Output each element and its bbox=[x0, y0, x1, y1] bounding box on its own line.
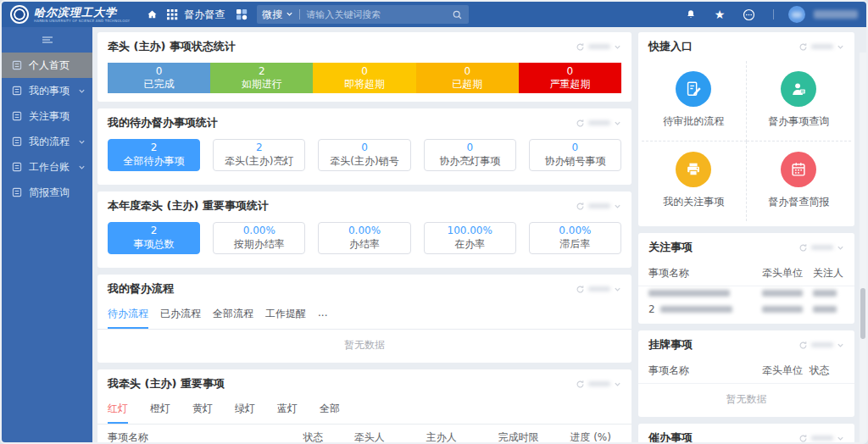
menu-square-icon bbox=[12, 111, 22, 121]
table-row[interactable]: 2 bbox=[638, 300, 854, 324]
card-title: 本年度牵头 (主办) 重要事项统计 bbox=[108, 198, 269, 214]
tab[interactable]: 橙灯 bbox=[150, 397, 170, 424]
menu-square-icon bbox=[12, 187, 22, 197]
sidebar-item-home[interactable]: 个人首页 bbox=[2, 53, 92, 78]
sidebar-item-label: 我的事项 bbox=[29, 84, 71, 98]
card-refresh-control[interactable] bbox=[576, 380, 621, 389]
card-refresh-control[interactable] bbox=[576, 119, 621, 128]
tab[interactable]: 蓝灯 bbox=[277, 397, 298, 424]
card-refresh-control[interactable] bbox=[798, 434, 844, 443]
stat-button[interactable]: 0.00% 按期办结率 bbox=[213, 222, 305, 254]
home-icon[interactable] bbox=[142, 4, 162, 25]
stat-button[interactable]: 0 协办销号事项 bbox=[529, 139, 621, 171]
more-options-icon[interactable] bbox=[738, 4, 759, 25]
card-title: 我的督办流程 bbox=[108, 281, 174, 297]
stat-button[interactable]: 2 事项总数 bbox=[108, 222, 200, 254]
quick-entry-supervision-report[interactable]: 督办督查简报 bbox=[747, 142, 852, 221]
university-name: 哈尔滨理工大学 bbox=[34, 7, 130, 18]
sidebar-item-my-flows[interactable]: 我的流程 bbox=[2, 129, 92, 154]
stat-label: 滞后率 bbox=[559, 238, 590, 252]
search-input[interactable] bbox=[306, 9, 450, 20]
tab[interactable]: ... bbox=[318, 302, 327, 329]
follow-table-header: 事项名称牵头单位关注人 bbox=[638, 260, 854, 286]
segment-value: 0 bbox=[156, 65, 163, 78]
table-column-header: 关注人 bbox=[813, 266, 844, 280]
stat-label: 事项总数 bbox=[134, 238, 175, 252]
tab[interactable]: 工作提醒 bbox=[265, 302, 306, 329]
avatar-text-redacted bbox=[792, 12, 802, 18]
my-flows-card: 我的督办流程 待办流程已办流程全部流程工作提醒... 暂无数据 bbox=[97, 275, 632, 363]
topbar-divider bbox=[773, 9, 774, 19]
stat-button[interactable]: 100.00% 在办率 bbox=[424, 222, 516, 254]
status-segment: 2 如期进行 bbox=[210, 63, 313, 93]
stat-label: 按期办结率 bbox=[234, 238, 285, 252]
menu-square-icon bbox=[12, 136, 22, 147]
quick-entry-grid: 待审批的流程 督办事项查询 我的关注事项 督办督查简报 bbox=[638, 59, 854, 226]
stat-button[interactable]: 0 协办亮灯事项 bbox=[424, 139, 516, 171]
sidebar-item-report-query[interactable]: 简报查询 bbox=[2, 180, 92, 205]
tab[interactable]: 全部 bbox=[320, 397, 340, 424]
quick-entry-pending-approval-flows[interactable]: 待审批的流程 bbox=[642, 61, 747, 142]
stat-label: 牵头(主办)亮灯 bbox=[225, 155, 293, 169]
sidebar-item-work-ledger[interactable]: 工作台账 bbox=[2, 154, 92, 180]
stat-button[interactable]: 2 牵头(主办)亮灯 bbox=[213, 139, 305, 171]
quick-entry-card: 快捷入口 待审批的流程 督办事项查询 我的关注事项 督办督查简报 bbox=[638, 32, 854, 226]
sidebar-item-followed-items[interactable]: 关注事项 bbox=[2, 103, 92, 129]
stat-button[interactable]: 0.00% 办结率 bbox=[318, 222, 410, 254]
segment-label: 如期进行 bbox=[242, 78, 282, 91]
card-refresh-control[interactable] bbox=[798, 42, 844, 52]
app-title[interactable]: 督办督查 bbox=[184, 8, 225, 22]
refresh-label-redacted bbox=[588, 381, 610, 386]
table-column-header: 主办人 bbox=[426, 430, 498, 442]
table-column-header: 状态 bbox=[303, 430, 354, 442]
scrollbar-thumb[interactable] bbox=[860, 288, 865, 339]
important-tabs: 红灯橙灯黄灯绿灯蓝灯全部 bbox=[97, 397, 632, 425]
quick-entry-my-followed-items[interactable]: 我的关注事项 bbox=[642, 142, 747, 221]
quick-entry-label: 督办督查简报 bbox=[768, 195, 829, 209]
refresh-label-redacted bbox=[588, 120, 610, 125]
tab[interactable]: 待办流程 bbox=[108, 302, 148, 329]
tab[interactable]: 全部流程 bbox=[213, 302, 253, 329]
stat-label: 全部待办事项 bbox=[124, 155, 185, 169]
stat-button[interactable]: 0 牵头(主办)销号 bbox=[318, 139, 410, 171]
table-column-header: 牵头单位 bbox=[762, 266, 813, 280]
followed-items-card: 关注事项 事项名称牵头单位关注人 2 bbox=[638, 233, 854, 324]
window-scrollbar[interactable] bbox=[860, 53, 866, 442]
sidebar-collapse-icon[interactable] bbox=[2, 27, 92, 53]
quick-entry-label: 督办事项查询 bbox=[768, 114, 829, 129]
tab[interactable]: 红灯 bbox=[108, 397, 128, 424]
apps-grid-icon[interactable] bbox=[162, 4, 182, 25]
card-refresh-control[interactable] bbox=[798, 341, 844, 350]
stat-button[interactable]: 0.00% 滞后率 bbox=[529, 222, 621, 254]
table-column-header: 牵头人 bbox=[354, 430, 426, 442]
search-scope-selector[interactable]: 微搜 bbox=[262, 8, 293, 22]
search-icon[interactable] bbox=[450, 8, 464, 21]
menu-square-icon bbox=[12, 162, 22, 172]
card-title: 我的待办督办事项统计 bbox=[108, 115, 218, 130]
printer-icon bbox=[676, 152, 711, 187]
favorites-star-icon[interactable]: ★ bbox=[709, 4, 730, 25]
card-refresh-control[interactable] bbox=[576, 202, 621, 211]
sidebar-item-my-items[interactable]: 我的事项 bbox=[2, 78, 92, 103]
stat-value: 100.00% bbox=[448, 225, 492, 238]
quick-entry-supervision-item-query[interactable]: 督办事项查询 bbox=[747, 61, 852, 142]
segment-value: 2 bbox=[259, 65, 265, 78]
sidebar-item-label: 关注事项 bbox=[29, 109, 79, 124]
tab[interactable]: 已办流程 bbox=[160, 302, 201, 329]
notification-bell-icon[interactable] bbox=[681, 4, 701, 25]
topbar: 哈尔滨理工大学 HARBIN UNIVERSITY OF SCIENCE AND… bbox=[2, 2, 866, 27]
menu-square-icon bbox=[12, 60, 22, 70]
card-title: 快捷入口 bbox=[648, 39, 693, 54]
card-refresh-control[interactable] bbox=[798, 243, 844, 253]
card-refresh-control[interactable] bbox=[576, 42, 621, 52]
user-avatar[interactable] bbox=[788, 6, 805, 23]
table-row[interactable] bbox=[638, 286, 854, 300]
flow-tabs: 待办流程已办流程全部流程工作提醒... bbox=[97, 302, 632, 330]
card-refresh-control[interactable] bbox=[576, 285, 621, 294]
stat-button[interactable]: 2 全部待办事项 bbox=[108, 139, 200, 171]
tab[interactable]: 绿灯 bbox=[235, 397, 255, 424]
username-redacted bbox=[814, 10, 858, 19]
tab[interactable]: 黄灯 bbox=[192, 397, 213, 424]
stat-value: 0.00% bbox=[243, 225, 275, 238]
segment-value: 0 bbox=[464, 65, 470, 78]
